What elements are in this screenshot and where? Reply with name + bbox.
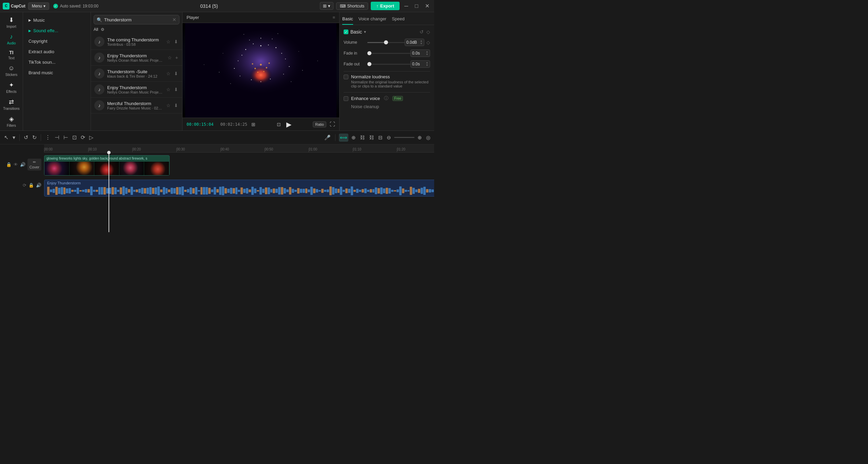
volume-arrows[interactable]: ▲ ▼ (420, 40, 423, 45)
video-mute-icon[interactable]: 🔊 (20, 162, 25, 167)
filter-options-icon[interactable]: ⚙ (101, 27, 104, 32)
fade-in-slider-track[interactable] (367, 53, 410, 54)
tool-audio[interactable]: ♪ Audio (1, 31, 22, 47)
enhance-checkbox[interactable] (344, 96, 348, 101)
search-input[interactable] (104, 17, 170, 22)
ratio-button[interactable]: Ratio (313, 121, 326, 127)
search-clear-icon[interactable]: ✕ (172, 17, 176, 22)
volume-diamond-icon[interactable]: ◇ (426, 40, 430, 45)
fullscreen-button[interactable]: ⛶ (330, 121, 335, 127)
window-layout-control[interactable]: ⊞ ▾ (320, 2, 333, 10)
playhead[interactable] (109, 153, 109, 232)
export-button[interactable]: ↑ Export (371, 2, 400, 10)
music-list-item[interactable]: ♪ Thunderstorm -Suite klaus back & Tini … (91, 66, 182, 82)
diamond-icon[interactable]: ◇ (426, 29, 430, 35)
reset-icon[interactable]: ↺ (420, 29, 424, 35)
download-button[interactable]: ⬇ (173, 38, 179, 45)
fade-out-arrows[interactable]: ▲ ▼ (426, 61, 428, 67)
playhead-handle[interactable] (107, 151, 111, 154)
redo-button[interactable]: ↻ (31, 133, 38, 142)
fade-in-arrows[interactable]: ▲ ▼ (426, 51, 428, 56)
zoom-out-button[interactable]: ⊖ (386, 134, 392, 142)
video-lock-icon[interactable]: 🔒 (6, 162, 12, 167)
audio-nav-tiktok[interactable]: TikTok soun... (23, 57, 91, 67)
filter-all[interactable]: All (94, 27, 98, 32)
microphone-button[interactable]: 🎤 (323, 134, 332, 142)
unlink-button[interactable]: ⛓ (368, 134, 375, 141)
link-button[interactable]: ⛓ (359, 134, 366, 141)
tab-voice-changer[interactable]: Voice changer (359, 14, 386, 25)
audio-nav-copyright[interactable]: Copyright (23, 36, 91, 46)
tab-basic[interactable]: Basic (342, 14, 353, 25)
noise-cleanup-row: Noise cleanup (344, 104, 430, 109)
audio-nav-extract[interactable]: Extract audio (23, 46, 91, 57)
tool-effects[interactable]: ✦ Effects (1, 79, 22, 96)
fit-button[interactable]: ◎ (425, 134, 431, 142)
audio-nav-sound-effects[interactable]: ▶ Sound effe... (23, 25, 91, 36)
clip-connect-button[interactable]: ⊕ (350, 134, 357, 142)
add-button[interactable]: + (175, 54, 179, 61)
zoom-in-button[interactable]: ⊕ (417, 134, 423, 142)
undo-button[interactable]: ↺ (22, 133, 30, 142)
favorite-button[interactable]: ☆ (167, 54, 173, 61)
audio-track[interactable]: Enjoy Thunderstorm (44, 180, 434, 197)
music-list-item[interactable]: ♪ The coming Thunderstorm Tonitribus · 0… (91, 34, 182, 50)
minimize-button[interactable]: ─ (402, 3, 410, 9)
tab-speed[interactable]: Speed (392, 14, 405, 25)
tool-stickers[interactable]: ☺ Stickers (1, 63, 22, 79)
maximize-button[interactable]: □ (413, 3, 420, 9)
cover-button[interactable]: ✏ Cover (27, 159, 41, 170)
play-button[interactable]: ▶ (285, 120, 293, 128)
volume-down-arrow[interactable]: ▼ (420, 42, 423, 45)
music-list-item[interactable]: ♪ Enjoy Thunderstorm Nellys Ocean Rain M… (91, 82, 182, 98)
music-list-item[interactable]: ♪ Merciful Thunderstorm Fairy Drizzle Na… (91, 98, 182, 114)
download-button[interactable]: ⬇ (173, 86, 179, 93)
snapshot-button[interactable]: ⊡ (276, 121, 282, 128)
audio-loop-icon[interactable]: ⟳ (23, 183, 26, 188)
fade-in-down-arrow[interactable]: ▼ (426, 53, 428, 56)
menu-button[interactable]: Menu ▾ (28, 2, 49, 10)
grid-view-button[interactable]: ⊞ (251, 121, 256, 128)
loop-button[interactable]: ⟳ (79, 133, 86, 142)
favorite-button[interactable]: ☆ (166, 70, 171, 77)
favorite-button[interactable]: ☆ (166, 86, 171, 93)
divider (344, 71, 430, 72)
fade-out-down-arrow[interactable]: ▼ (426, 64, 428, 67)
volume-slider-thumb[interactable] (384, 40, 388, 44)
audio-track-icon-btn[interactable]: ⟺ (339, 134, 348, 142)
player-menu-icon[interactable]: ≡ (332, 15, 335, 20)
tool-filters[interactable]: ◈ Filters (1, 113, 22, 129)
audio-mute-icon[interactable]: 🔊 (36, 183, 41, 188)
trim-left-button[interactable]: ⊣ (53, 133, 61, 142)
tool-text[interactable]: TI Text (1, 48, 22, 62)
audio-nav-music[interactable]: ▶ Music (23, 15, 91, 25)
normalize-checkbox[interactable] (344, 75, 348, 79)
close-button[interactable]: ✕ (423, 3, 431, 9)
basic-checkbox[interactable]: ✓ (344, 29, 348, 34)
video-eye-icon[interactable]: 👁 (14, 162, 18, 167)
audio-nav-brand[interactable]: Brand music (23, 67, 91, 78)
ruler-tick (397, 150, 397, 152)
favorite-button[interactable]: ☆ (166, 102, 171, 109)
tool-transitions[interactable]: ⇄ Transitions (1, 96, 22, 113)
fade-in-slider-thumb[interactable] (367, 51, 371, 55)
download-button[interactable]: ⬇ (173, 70, 179, 77)
fade-out-slider-track[interactable] (367, 64, 410, 65)
volume-slider-track[interactable] (367, 42, 405, 43)
split-button[interactable]: ⋮ (44, 133, 52, 142)
delete-button[interactable]: ⊡ (71, 133, 78, 142)
select-dropdown-button[interactable]: ▾ (11, 133, 17, 142)
trim-right-button[interactable]: ⊢ (62, 133, 70, 142)
video-clip[interactable]: glowing fireworks lights sky, golden bac… (44, 155, 170, 176)
shortcuts-button[interactable]: ⌨ Shortcuts (336, 2, 368, 10)
music-list-item[interactable]: ♪ Enjoy Thunderstorm Nellys Ocean Rain M… (91, 50, 182, 66)
select-tool-button[interactable]: ↖ (3, 133, 10, 142)
subtitle-button[interactable]: ⊟ (377, 134, 384, 142)
favorite-button[interactable]: ☆ (166, 38, 171, 45)
audio-lock-icon[interactable]: 🔒 (28, 183, 34, 188)
download-button[interactable]: ⬇ (173, 102, 179, 109)
zoom-slider[interactable] (394, 137, 414, 138)
tool-import[interactable]: ⬇ Import (1, 14, 22, 31)
fade-out-slider-thumb[interactable] (367, 62, 371, 66)
speed-button[interactable]: ▷ (88, 133, 95, 142)
